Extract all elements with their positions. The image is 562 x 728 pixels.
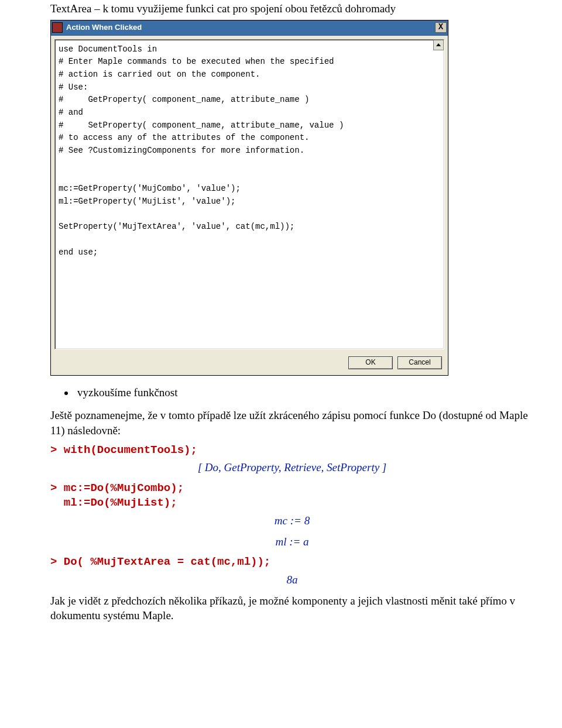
- bullet-list: vyzkoušíme funkčnost: [50, 385, 534, 400]
- dialog-title: Action When Clicked: [66, 22, 435, 33]
- action-dialog: Action When Clicked X use DocumentTools …: [50, 20, 448, 376]
- code-content: use DocumentTools in # Enter Maple comma…: [59, 43, 440, 259]
- maple-input-2: > mc:=Do(%MujCombo); ml:=Do(%MujList);: [50, 481, 534, 511]
- scroll-up-icon[interactable]: [433, 40, 444, 50]
- intro-text: TextArea – k tomu využijeme funkci cat p…: [50, 1, 534, 16]
- maple-output-2a: mc := 8: [50, 513, 534, 528]
- app-icon: [52, 22, 63, 33]
- paragraph-mid: Ještě poznamenejme, že v tomto případě l…: [50, 408, 534, 438]
- list-item: vyzkoušíme funkčnost: [75, 385, 534, 400]
- dialog-body: use DocumentTools in # Enter Maple comma…: [51, 36, 448, 353]
- cancel-button[interactable]: Cancel: [397, 356, 442, 369]
- maple-output-3: 8a: [50, 572, 534, 588]
- maple-input-1: > with(DocumentTools);: [50, 443, 534, 458]
- close-icon[interactable]: X: [435, 22, 447, 33]
- dialog-footer: OK Cancel: [51, 353, 448, 375]
- ok-button[interactable]: OK: [348, 356, 393, 369]
- code-textarea[interactable]: use DocumentTools in # Enter Maple comma…: [54, 39, 444, 349]
- dialog-titlebar: Action When Clicked X: [51, 20, 448, 36]
- paragraph-end: Jak je vidět z předchozích několika přík…: [50, 593, 534, 623]
- maple-output-1: [ Do, GetProperty, Retrieve, SetProperty…: [50, 460, 534, 475]
- maple-output-2b: ml := a: [50, 534, 534, 550]
- maple-input-3: > Do( %MujTextArea = cat(mc,ml));: [50, 555, 534, 570]
